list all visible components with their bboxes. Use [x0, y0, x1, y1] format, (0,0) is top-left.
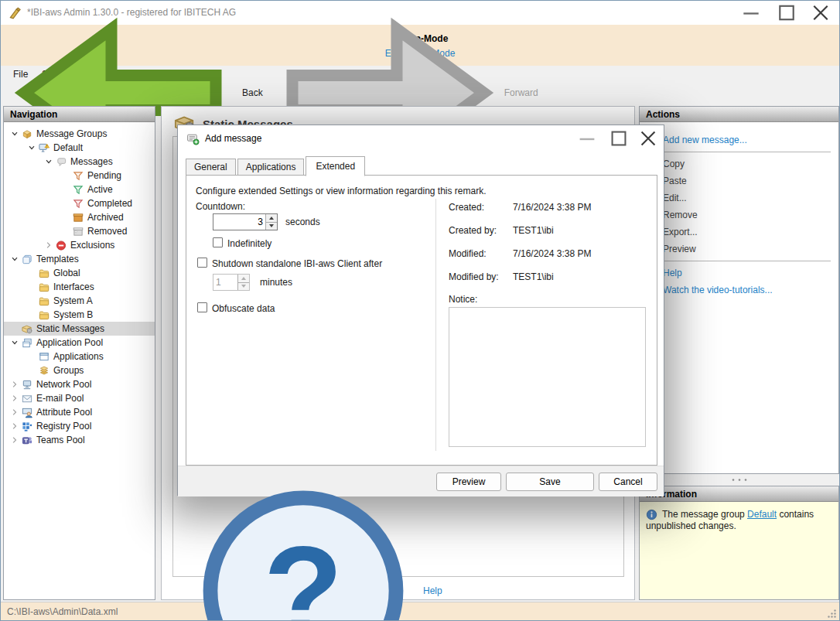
- dialog-maximize-button[interactable]: [606, 127, 632, 150]
- chevron-spacer: [60, 171, 72, 180]
- application-pool-icon: [21, 337, 33, 349]
- created-label: Created:: [449, 202, 484, 213]
- action-add-new-message[interactable]: Add new message...: [663, 131, 831, 148]
- tree-item-interfaces[interactable]: Interfaces: [4, 280, 155, 294]
- action-edit[interactable]: Edit...: [663, 189, 831, 206]
- shutdown-minutes-spinner: [213, 274, 250, 291]
- close-button[interactable]: [804, 1, 838, 25]
- tree-label: Pending: [87, 170, 121, 181]
- chevron-down-icon[interactable]: [43, 157, 55, 166]
- app-window: *IBI-aws Admin 1.30.0 - registered for I…: [0, 0, 840, 621]
- chevron-down-icon[interactable]: [9, 254, 21, 264]
- tree-item-pending[interactable]: Pending: [4, 169, 155, 183]
- countdown-spinner: [213, 213, 278, 230]
- chevron-down-icon[interactable]: [9, 338, 21, 347]
- chevron-right-icon[interactable]: [9, 435, 21, 445]
- chevron-spacer: [26, 268, 38, 278]
- cancel-button[interactable]: Cancel: [599, 473, 657, 491]
- action-remove[interactable]: Remove: [663, 206, 831, 223]
- tab-description: Configure extended Settings or view info…: [196, 186, 487, 196]
- chevron-right-icon[interactable]: [9, 421, 21, 431]
- navigation-tree: Message Groups Default Messages Pending: [4, 122, 155, 447]
- obfuscate-data-label: Obfuscate data: [212, 303, 275, 314]
- forward-label: Forward: [504, 87, 538, 98]
- chevron-right-icon[interactable]: [9, 380, 21, 389]
- tree-item-message-groups[interactable]: Message Groups: [4, 127, 155, 141]
- tree-item-completed[interactable]: Completed: [4, 196, 155, 210]
- action-paste[interactable]: Paste: [663, 172, 831, 189]
- default-group-link[interactable]: Default: [747, 509, 777, 520]
- dialog-close-button[interactable]: [635, 127, 661, 150]
- help-icon: ?: [187, 475, 419, 621]
- resize-grip[interactable]: [827, 609, 837, 619]
- modified-by-value: TEST1\ibi: [513, 271, 554, 282]
- tree-item-system-a[interactable]: System A: [4, 294, 155, 308]
- chevron-right-icon[interactable]: [9, 408, 21, 417]
- tree-item-email-pool[interactable]: E-mail Pool: [4, 391, 155, 405]
- preview-button[interactable]: Preview: [436, 473, 501, 491]
- tab-general[interactable]: General: [186, 159, 236, 176]
- tree-item-teams-pool[interactable]: Teams Pool: [4, 433, 155, 447]
- countdown-down-button[interactable]: [266, 222, 277, 230]
- tab-extended[interactable]: Extended: [306, 156, 365, 176]
- action-preview[interactable]: Preview: [663, 241, 831, 258]
- action-watch-tutorials[interactable]: Watch the video-tutorials...: [663, 281, 831, 299]
- action-export[interactable]: Export...: [663, 223, 831, 241]
- chevron-right-icon[interactable]: [43, 241, 55, 250]
- minimize-button[interactable]: [734, 1, 768, 25]
- tree-item-applications[interactable]: Applications: [4, 350, 155, 363]
- countdown-input[interactable]: [213, 214, 265, 230]
- chevron-down-icon[interactable]: [26, 143, 38, 152]
- tree-item-static-messages[interactable]: Static Messages: [4, 322, 155, 336]
- tree-item-removed[interactable]: Removed: [4, 224, 155, 238]
- tree-item-archived[interactable]: Archived: [4, 210, 155, 224]
- chevron-right-icon[interactable]: [9, 394, 21, 403]
- information-body: The message group Default contains unpub…: [640, 502, 838, 599]
- indefinitely-checkbox[interactable]: [213, 237, 223, 247]
- tree-item-messages[interactable]: Messages: [4, 155, 155, 169]
- message-groups-icon: [21, 128, 33, 140]
- tree-label: Static Messages: [36, 323, 104, 334]
- indefinitely-label: Indefinitely: [227, 238, 271, 249]
- tree-item-network-pool[interactable]: Network Pool: [4, 377, 155, 391]
- chevron-spacer: [9, 324, 21, 333]
- minutes-down-button[interactable]: [238, 282, 249, 291]
- minutes-up-button[interactable]: [238, 275, 249, 282]
- shutdown-client-checkbox[interactable]: [197, 258, 207, 268]
- maximize-button[interactable]: [770, 1, 804, 25]
- notice-textarea[interactable]: [449, 307, 646, 447]
- column-divider: [435, 199, 436, 451]
- separator: [663, 261, 831, 261]
- tree-item-application-pool[interactable]: Application Pool: [4, 336, 155, 350]
- obfuscate-data-checkbox[interactable]: [197, 302, 207, 312]
- dialog-help-link[interactable]: ? Help: [187, 475, 442, 621]
- tree-item-default[interactable]: Default: [4, 141, 155, 155]
- tree-item-active[interactable]: Active: [4, 183, 155, 196]
- navigation-header: Navigation: [4, 107, 155, 122]
- shutdown-minutes-input[interactable]: [213, 275, 237, 290]
- folder-icon: [38, 295, 50, 307]
- minutes-unit-label: minutes: [260, 277, 292, 288]
- teams-pool-icon: [21, 435, 33, 446]
- applications-icon: [38, 351, 50, 363]
- chevron-spacer: [26, 352, 38, 361]
- tab-applications[interactable]: Applications: [237, 159, 305, 176]
- dialog-minimize-button[interactable]: [574, 127, 600, 150]
- panel-splitter[interactable]: [639, 474, 839, 486]
- action-help[interactable]: Help: [663, 264, 831, 281]
- tree-item-global[interactable]: Global: [4, 266, 155, 280]
- chevron-spacer: [26, 366, 38, 375]
- countdown-up-button[interactable]: [266, 214, 277, 222]
- created-value: 7/16/2024 3:38 PM: [513, 202, 591, 213]
- tree-item-groups[interactable]: Groups: [4, 363, 155, 377]
- tree-label: Completed: [87, 198, 132, 209]
- tree-item-attribute-pool[interactable]: Attribute Pool: [4, 405, 155, 419]
- tree-item-exclusions[interactable]: Exclusions: [4, 238, 155, 252]
- save-button[interactable]: Save: [506, 473, 594, 491]
- tree-item-registry-pool[interactable]: Registry Pool: [4, 419, 155, 433]
- folder-icon: [38, 268, 50, 279]
- action-copy[interactable]: Copy: [663, 155, 831, 172]
- tree-item-system-b[interactable]: System B: [4, 308, 155, 322]
- chevron-down-icon[interactable]: [9, 129, 21, 138]
- tree-item-templates[interactable]: Templates: [4, 252, 155, 266]
